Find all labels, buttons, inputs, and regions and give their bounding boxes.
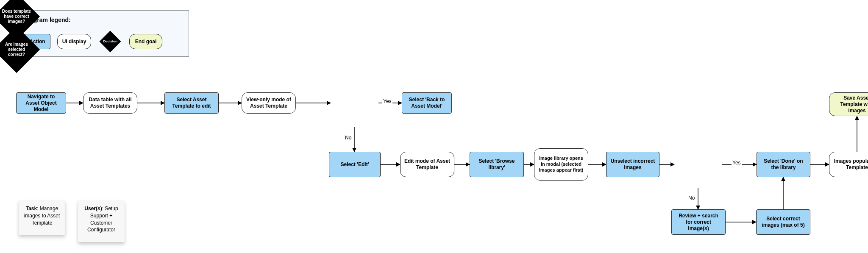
edge-label-yes-2: Yes: [732, 160, 742, 166]
node-select-edit: Select 'Edit': [329, 152, 381, 177]
edge-label-no-2: No: [687, 195, 696, 201]
node-unselect-images: Unselect incorrect images: [606, 152, 659, 177]
edge-label-no-1: No: [344, 135, 352, 141]
sticky-task: Task: Manage images to Asset Template: [19, 200, 65, 235]
node-images-populate: Images populate in Template: [829, 152, 868, 177]
node-navigate-asset-model: Navigate to Asset Object Model: [16, 92, 66, 114]
node-goal-save: Save Asset Template with images: [829, 92, 868, 116]
edge-label-yes-1: Yes: [382, 98, 392, 104]
node-review-search: Review + search for correct image(s): [671, 209, 726, 235]
legend-panel: Diagram legend: Action UI display Decisi…: [16, 10, 189, 57]
node-select-template: Select Asset Template to edit: [164, 92, 219, 114]
node-edit-mode: Edit mode of Asset Template: [400, 152, 454, 177]
node-back-to-model: Select 'Back to Asset Model': [402, 92, 452, 114]
sticky-users: User(s): Setup Support + Customer Config…: [78, 200, 125, 242]
node-select-done: Select 'Done' on the library: [757, 152, 810, 177]
node-select-correct: Select correct images (max of 5): [756, 209, 810, 235]
legend-display: UI display: [57, 34, 91, 49]
legend-title: Diagram legend:: [24, 17, 181, 23]
node-browse-library: Select 'Browse library': [470, 152, 524, 177]
node-library-modal: Image library opens in modal (selected i…: [534, 148, 588, 181]
node-view-only: View-only mode of Asset Template: [242, 92, 296, 114]
legend-items: Action UI display Decision End goal: [24, 29, 181, 54]
node-data-table: Data table with all Asset Templates: [83, 92, 137, 114]
legend-decision: Decision: [100, 31, 121, 53]
legend-goal: End goal: [129, 34, 162, 49]
